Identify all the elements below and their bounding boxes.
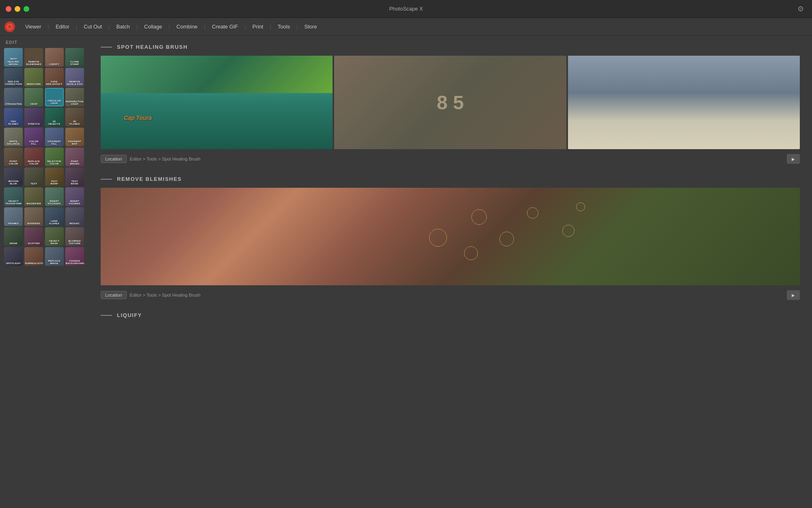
menu-editor[interactable]: Editor <box>50 21 75 32</box>
tool-blurred-texture[interactable]: BLURRED TEXTURE <box>65 227 84 246</box>
tool-liquify[interactable]: LIQUIFY <box>45 48 64 67</box>
tool-lens-flares[interactable]: LENS FLARES <box>45 207 64 226</box>
play-button-spot[interactable] <box>787 154 800 164</box>
tool-label-object-transform: OBJECT TRANSFORM <box>4 199 23 206</box>
tool-white-balance[interactable]: WHITE BALANCE <box>4 128 23 146</box>
tool-label-color-fill: COLOR FILL <box>24 139 43 146</box>
tool-label-replace-image: REPLACE IMAGE <box>45 259 64 266</box>
tool-label-paint-brush: PAINT BRUSH <box>65 159 84 166</box>
tool-label-3d-objects: 3D OBJECTS <box>45 119 64 126</box>
tool-label-red-eye: RED EYE CORRECTION <box>4 80 23 87</box>
main-layout: EDIT SPOT HEALING BRUSHREMOVE BLEMISHESL… <box>0 36 812 508</box>
tool-paint-brush[interactable]: PAINT BRUSH <box>65 148 84 166</box>
section-liquify: LIQUIFY <box>101 312 800 318</box>
tool-draw[interactable]: DRAW <box>4 227 23 246</box>
tool-crop[interactable]: CROP <box>24 88 43 106</box>
window-controls <box>6 6 29 12</box>
tool-text-mask[interactable]: TEXT MASK <box>65 167 84 186</box>
tool-circular-crop[interactable]: CIRCULAR CROP <box>45 88 64 106</box>
tool-text-warp[interactable]: TEXT WARP <box>45 167 64 186</box>
tool-label-spotlight: SPOTLIGHT <box>4 261 23 266</box>
tool-color-fill[interactable]: COLOR FILL <box>24 128 43 146</box>
tool-fake-hdr[interactable]: FAKE HDR EFFECT <box>45 68 64 87</box>
tool-label-liquify: LIQUIFY <box>45 62 64 67</box>
tool-text[interactable]: TEXT <box>24 167 43 186</box>
blemishes-image <box>101 188 800 285</box>
tool-change-background[interactable]: CHANGE BACKGROUND <box>65 247 84 266</box>
tool-tiny-planet[interactable]: TINY PLANET <box>4 108 23 126</box>
section-title-blemishes: REMOVE BLEMISHES <box>117 176 182 182</box>
tool-remove-blemishes[interactable]: REMOVE BLEMISHES <box>24 48 43 67</box>
tool-label-stretch: STRETCH <box>24 122 43 126</box>
tool-label-selective-color: SELECTIVE COLOR <box>45 159 64 166</box>
menu-batch[interactable]: Batch <box>110 21 135 32</box>
menu-combine[interactable]: Combine <box>171 21 203 32</box>
play-button-blemishes[interactable] <box>787 290 800 300</box>
tool-label-mosaic: MOSAIC <box>65 221 84 226</box>
tool-label-text-warp: TEXT WARP <box>45 179 64 186</box>
tool-label-3d-planes: 3D PLANES <box>65 119 84 126</box>
tool-object-mask[interactable]: OBJECT MASK <box>45 227 64 246</box>
minimize-button[interactable] <box>15 6 20 12</box>
window-title: PhotoScape X <box>389 6 423 12</box>
tool-label-clone-stamp: CLONE STAMP <box>65 60 84 67</box>
tool-label-remove-blemishes: REMOVE BLEMISHES <box>24 60 43 67</box>
menu-tools[interactable]: Tools <box>272 21 296 32</box>
maximize-button[interactable] <box>24 6 29 12</box>
tool-spotlight[interactable]: SPOTLIGHT <box>4 247 23 266</box>
sidebar: EDIT SPOT HEALING BRUSHREMOVE BLEMISHESL… <box>0 36 89 508</box>
svg-point-2 <box>8 25 11 28</box>
tool-miniature[interactable]: MINIATURE <box>24 68 43 87</box>
menu-creategif[interactable]: Create GIF <box>206 21 244 32</box>
tool-3d-objects[interactable]: 3D OBJECTS <box>45 108 64 126</box>
tool-gradient-fill[interactable]: GRADIENT FILL <box>45 128 64 146</box>
tool-motion-blur[interactable]: MOTION BLUR <box>4 167 23 186</box>
menu-collage[interactable]: Collage <box>138 21 168 32</box>
tool-gradient-map[interactable]: GRADIENT MAP <box>65 128 84 146</box>
tool-label-point-color: POINT COLOR <box>4 159 23 166</box>
tool-perspective-crop[interactable]: PERSPECTIVE CROP <box>65 88 84 106</box>
location-badge-spot[interactable]: Location <box>101 155 127 163</box>
blemishes-location-bar: Location Editor > Tools > Spot Healing B… <box>101 290 800 300</box>
tool-remove-haze[interactable]: REMOVE HAZE & FOG <box>65 68 84 87</box>
tool-label-text: TEXT <box>24 182 43 186</box>
tool-label-circular-crop: CIRCULAR CROP <box>46 99 63 106</box>
menu-print[interactable]: Print <box>247 21 269 32</box>
tool-magnifier[interactable]: MAGNIFIER <box>24 187 43 206</box>
tool-label-replace-color: REPLACE COLOR <box>24 159 43 166</box>
tool-object-transform[interactable]: OBJECT TRANSFORM <box>4 187 23 206</box>
tool-scatter[interactable]: SCATTER <box>24 227 43 246</box>
section-line-3 <box>101 315 112 316</box>
app-logo <box>4 21 15 33</box>
tool-label-scatter: SCATTER <box>24 241 43 246</box>
section-line-2 <box>101 179 112 180</box>
menu-store[interactable]: Store <box>299 21 323 32</box>
tool-stretch[interactable]: STRETCH <box>24 108 43 126</box>
section-spot-healing: SPOT HEALING BRUSH Location Editor > Too… <box>101 44 800 164</box>
tool-replace-image[interactable]: REPLACE IMAGE <box>45 247 64 266</box>
section-title-spot: SPOT HEALING BRUSH <box>117 44 188 50</box>
menu-viewer[interactable]: Viewer <box>19 21 47 32</box>
tool-red-eye[interactable]: RED EYE CORRECTION <box>4 68 23 87</box>
tool-insert-stickers[interactable]: INSERT STICKERS <box>45 187 64 206</box>
location-badge-blemishes[interactable]: Location <box>101 291 127 299</box>
tool-selective-color[interactable]: SELECTIVE COLOR <box>45 148 64 166</box>
tool-straighten[interactable]: STRAIGHTEN <box>4 88 23 106</box>
menu-cutout[interactable]: Cut Out <box>78 21 108 32</box>
tool-clone-stamp[interactable]: CLONE STAMP <box>65 48 84 67</box>
tool-mosaic[interactable]: MOSAIC <box>65 207 84 226</box>
settings-icon[interactable]: ⚙ <box>797 4 804 13</box>
section-header-blemishes: REMOVE BLEMISHES <box>101 176 800 182</box>
spot-healing-image-grid <box>101 56 800 149</box>
tool-insert-figures[interactable]: INSERT FIGURES <box>65 187 84 206</box>
spot-healing-image-1 <box>101 56 333 149</box>
tool-spot-healing-brush[interactable]: SPOT HEALING BRUSH <box>4 48 23 67</box>
tool-point-color[interactable]: POINT COLOR <box>4 148 23 166</box>
tool-3d-planes[interactable]: 3D PLANES <box>65 108 84 126</box>
tool-borders[interactable]: BORDERS <box>24 207 43 226</box>
tool-surrealistic[interactable]: SURREALISTIC <box>24 247 43 266</box>
section-remove-blemishes: REMOVE BLEMISHES Location Editor > Tool <box>101 176 800 300</box>
tool-replace-color[interactable]: REPLACE COLOR <box>24 148 43 166</box>
tool-frames[interactable]: FRAMES <box>4 207 23 226</box>
close-button[interactable] <box>6 6 11 12</box>
